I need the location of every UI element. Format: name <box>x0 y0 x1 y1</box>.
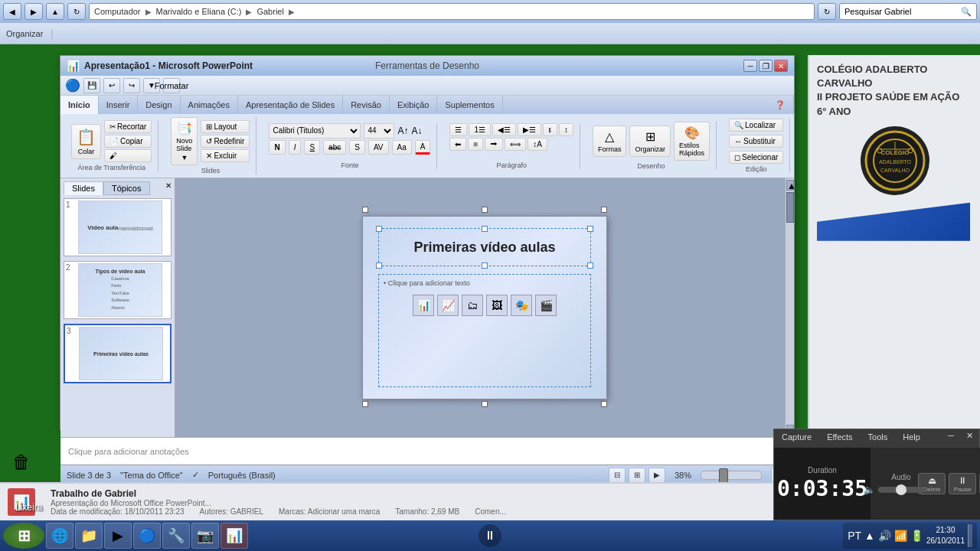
title-handle-bl[interactable] <box>376 262 382 269</box>
slide-title-text[interactable]: Primeiras vídeo aulas <box>413 240 555 256</box>
smartart-icon[interactable]: 🗂 <box>462 295 483 316</box>
zoom-slider[interactable] <box>701 471 762 480</box>
undo-button[interactable]: ↩ <box>103 78 120 93</box>
layout-button[interactable]: ⊞ Layout <box>201 120 250 133</box>
reading-view-button[interactable]: ▶ <box>648 468 665 483</box>
handle-bc[interactable] <box>482 401 488 407</box>
cut-button[interactable]: ✂ Recortar <box>104 120 152 133</box>
slide-content-box[interactable]: • Clique para adicionar texto 📊 📈 🗂 🖼 🎭 … <box>378 274 591 387</box>
table-icon[interactable]: 📊 <box>413 295 434 316</box>
clip-icon[interactable]: 🎭 <box>511 295 532 316</box>
taskbar-powerpoint-icon[interactable]: 📊 <box>220 523 248 549</box>
excluir-button[interactable]: ✕ Excluir <box>201 149 250 162</box>
scroll-up-arrow[interactable]: ▲ <box>786 180 794 191</box>
bold-button[interactable]: N <box>269 140 285 155</box>
ppt-close-button[interactable]: ✕ <box>774 60 788 72</box>
handle-br[interactable] <box>601 401 607 407</box>
title-handle-bm[interactable] <box>482 262 488 269</box>
zoom-thumb[interactable] <box>719 468 728 484</box>
increase-indent-button[interactable]: ▶☰ <box>518 123 541 136</box>
tab-inserir[interactable]: Inserir <box>99 96 139 114</box>
audio-slider-thumb[interactable] <box>896 484 906 495</box>
capture-menu-effects[interactable]: Effects <box>819 429 860 448</box>
selecionar-button[interactable]: ◻ Selecionar <box>729 151 783 164</box>
image-icon[interactable]: 🖼 <box>486 295 508 316</box>
tab-suplementos[interactable]: Suplementos <box>437 96 502 114</box>
tab-apresentacao[interactable]: Apresentação de Slides <box>238 96 343 114</box>
title-handle-tm[interactable] <box>482 226 488 232</box>
font-color-button[interactable]: A <box>415 140 431 155</box>
tab-topicos[interactable]: Tópicos <box>103 181 150 195</box>
redo-button[interactable]: ↪ <box>123 78 140 93</box>
formas-button[interactable]: △ Formas <box>593 126 627 157</box>
decrease-indent-button[interactable]: ◀☰ <box>492 123 516 136</box>
taskbar-ie-icon[interactable]: 🌐 <box>46 523 74 549</box>
font-name-select[interactable]: Calibri (Titulos) <box>269 123 361 139</box>
refresh-button[interactable]: ↻ <box>67 3 86 20</box>
back-button[interactable]: ◀ <box>3 3 21 20</box>
case-button[interactable]: Aa <box>392 140 412 155</box>
tab-design[interactable]: Design <box>138 96 180 114</box>
taskbar-unknown-icon[interactable]: 🔧 <box>162 523 190 549</box>
align-left-button[interactable]: ⬅ <box>449 138 466 151</box>
capture-close-button[interactable]: ✕ <box>960 429 979 448</box>
new-slide-button[interactable]: 📑 Novo Slide ▼ <box>171 117 198 165</box>
handle-tc[interactable] <box>482 207 488 213</box>
start-button[interactable]: ⊞ <box>3 523 44 549</box>
strikethrough-button[interactable]: abc <box>323 140 346 155</box>
slide-thumbnail-2[interactable]: 2 Tipos de vídeo aula CaseirosFeitoYouTu… <box>64 261 172 319</box>
up-button[interactable]: ▲ <box>46 3 64 20</box>
organizar-button[interactable]: ⊞ Organizar <box>629 126 671 157</box>
slide-title-box[interactable]: Primeiras vídeo aulas <box>378 228 591 266</box>
audio-slider[interactable] <box>878 487 924 493</box>
font-size-select[interactable]: 44 <box>364 123 394 139</box>
capture-menu-help[interactable]: Help <box>895 429 928 448</box>
shadow-button[interactable]: S <box>349 140 365 155</box>
text-direction-button[interactable]: ↕A <box>528 138 547 151</box>
tab-animacoes[interactable]: Animações <box>181 96 238 114</box>
title-handle-tl[interactable] <box>376 226 382 232</box>
copy-button[interactable]: 📄 Copiar <box>104 135 152 148</box>
slide-canvas[interactable]: Primeiras vídeo aulas • Clique para adic… <box>362 216 607 399</box>
bullets-button[interactable]: ☰ <box>449 123 467 136</box>
save-button[interactable]: 💾 <box>83 78 100 93</box>
search-bar[interactable]: Pesquisar Gabriel 🔍 <box>839 3 977 20</box>
align-center-button[interactable]: ≡ <box>468 138 483 151</box>
show-desktop-button[interactable] <box>968 524 972 547</box>
numbering-button[interactable]: 1☰ <box>469 123 491 136</box>
tab-revisao[interactable]: Revisão <box>343 96 390 114</box>
vertical-scrollbar[interactable]: ▲ ▼ <box>785 178 794 437</box>
handle-tl[interactable] <box>362 207 368 213</box>
format-painter-button[interactable]: 🖌 <box>104 149 152 162</box>
tray-language-icon[interactable]: PT <box>848 530 861 542</box>
justify-button[interactable]: ⟺ <box>505 138 526 151</box>
tab-inicio[interactable]: Início <box>60 96 99 114</box>
underline-button[interactable]: S <box>304 140 320 155</box>
localizar-button[interactable]: 🔍 Localizar <box>729 119 783 132</box>
columns-button[interactable]: ⫾ <box>543 123 557 136</box>
handle-tr[interactable] <box>601 207 607 213</box>
taskbar-explorer-icon[interactable]: 📁 <box>75 523 103 549</box>
forward-button[interactable]: ▶ <box>24 3 43 20</box>
address-refresh-button[interactable]: ↻ <box>818 3 836 20</box>
tray-network-icon[interactable]: 📶 <box>894 530 907 542</box>
handle-bl[interactable] <box>362 401 368 407</box>
paste-button[interactable]: 📋 Colar <box>71 124 101 159</box>
taskbar-camtasia-icon[interactable]: 📷 <box>191 523 219 549</box>
scroll-thumb[interactable] <box>786 192 794 223</box>
tab-slides[interactable]: Slides <box>64 181 103 195</box>
capture-menu-tools[interactable]: Tools <box>861 429 896 448</box>
ribbon-help-button[interactable]: ❓ <box>767 96 794 114</box>
chart-icon[interactable]: 📈 <box>437 295 459 316</box>
taskbar-chrome-icon[interactable]: 🔵 <box>133 523 161 549</box>
align-right-button[interactable]: ⮕ <box>485 138 503 151</box>
ppt-restore-button[interactable]: ❐ <box>759 60 773 72</box>
taskbar-mediaplayer-icon[interactable]: ▶ <box>104 523 132 549</box>
title-handle-br[interactable] <box>587 262 593 269</box>
notes-area[interactable]: Clique para adicionar anotações <box>60 437 794 465</box>
slide-thumbnail-3[interactable]: 3 Primeiras vídeo aulas <box>64 324 172 383</box>
slide-thumbnail-1[interactable]: 1 Vídeo aula marivaldosoad <box>64 198 172 256</box>
redefinir-button[interactable]: ↺ Redefinir <box>201 135 250 148</box>
tray-volume-icon[interactable]: 🔊 <box>878 530 891 542</box>
estilos-button[interactable]: 🎨 Estilos Rápidos <box>674 122 710 161</box>
